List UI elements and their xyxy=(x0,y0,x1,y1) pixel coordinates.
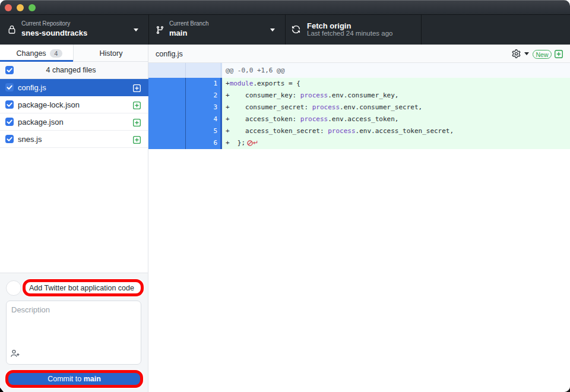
branch-label: Current Branch xyxy=(169,20,208,27)
tabbar: Changes 4 History xyxy=(0,45,148,62)
file-checkbox[interactable] xyxy=(5,83,14,91)
zoom-button[interactable] xyxy=(28,4,36,11)
diff-line-gutter[interactable]: 5 xyxy=(148,125,222,137)
minimize-button[interactable] xyxy=(17,4,24,11)
gear-icon[interactable] xyxy=(512,49,521,61)
gutter-column-divider xyxy=(185,63,186,78)
line-number: 6 xyxy=(148,137,217,149)
file-row[interactable]: package-lock.json xyxy=(0,96,148,113)
repository-label: Current Repository xyxy=(21,20,70,27)
tab-history[interactable]: History xyxy=(74,45,148,62)
diff-line-gutter[interactable]: 2 xyxy=(148,90,222,102)
diff-line[interactable]: 4+ access_token: process.env.access_toke… xyxy=(148,113,570,125)
diff-line-content: +module.exports = { xyxy=(222,78,570,90)
file-row[interactable]: config.js xyxy=(0,79,148,96)
chevron-down-icon xyxy=(270,29,275,31)
file-name: package-lock.json xyxy=(18,100,80,109)
changed-files-label: 4 changed files xyxy=(0,66,148,74)
tab-changes[interactable]: Changes 4 xyxy=(0,45,74,62)
changes-count-badge: 4 xyxy=(50,49,63,58)
hunk-header-row: @@ -0,0 +1,6 @@ xyxy=(148,63,570,78)
hunk-gutter xyxy=(148,63,222,78)
file-checkbox[interactable] xyxy=(5,118,14,126)
file-added-icon xyxy=(133,135,141,143)
diff-line-gutter[interactable]: 1 xyxy=(148,78,222,90)
avatar xyxy=(6,280,21,296)
sync-icon xyxy=(292,25,300,36)
diff-lines: 1+module.exports = {2+ consumer_key: pro… xyxy=(148,78,570,149)
current-repository-button[interactable]: Current Repository snes-soundtracks xyxy=(0,15,148,45)
diff-view: @@ -0,0 +1,6 @@ 1+module.exports = {2+ c… xyxy=(148,63,570,149)
file-name: package.json xyxy=(18,118,64,127)
file-checkbox[interactable] xyxy=(5,135,14,143)
diff-added-icon xyxy=(555,50,563,61)
description-placeholder: Description xyxy=(11,305,50,314)
diff-line-gutter[interactable]: 3 xyxy=(148,102,222,113)
diff-line-content: + access_token: process.env.access_token… xyxy=(222,113,570,125)
annotation-commit-highlight xyxy=(5,370,143,388)
add-coauthor-icon[interactable] xyxy=(10,349,20,361)
diff-line-content: + consumer_secret: process.env.consumer_… xyxy=(222,102,570,113)
diff-line-gutter[interactable]: 6 xyxy=(148,137,222,149)
branch-name: main xyxy=(169,29,187,37)
sidebar: Changes 4 History 4 changed files config… xyxy=(0,45,148,392)
file-added-icon xyxy=(133,84,141,91)
file-list: config.jspackage-lock.jsonpackage.jsonsn… xyxy=(0,79,148,148)
chevron-down-icon[interactable] xyxy=(524,52,529,55)
file-row[interactable]: package.json xyxy=(0,113,148,131)
fetch-title: Fetch origin xyxy=(307,21,351,30)
diff-line[interactable]: 6+ };↵ xyxy=(148,137,570,149)
diff-line[interactable]: 2+ consumer_key: process.env.consumer_ke… xyxy=(148,90,570,102)
diff-line-content: + };↵ xyxy=(222,137,570,149)
file-status-badge: New xyxy=(533,50,552,59)
file-name: config.js xyxy=(18,83,46,92)
current-branch-button[interactable]: Current Branch main xyxy=(149,15,285,45)
repository-name: snes-soundtracks xyxy=(21,29,87,37)
file-name: snes.js xyxy=(18,135,42,144)
changed-files-header: 4 changed files xyxy=(0,62,148,79)
file-added-icon xyxy=(133,118,141,126)
line-number: 1 xyxy=(148,78,217,90)
annotation-summary-highlight xyxy=(23,279,144,296)
chevron-down-icon xyxy=(134,29,138,31)
close-button[interactable] xyxy=(5,4,12,11)
tab-history-label: History xyxy=(100,49,123,58)
line-number: 5 xyxy=(148,125,217,137)
diff-line[interactable]: 1+module.exports = { xyxy=(148,78,570,90)
git-branch-icon xyxy=(156,26,164,37)
no-newline-icon: ↵ xyxy=(247,139,258,147)
toolbar: Current Repository snes-soundtracks Curr… xyxy=(0,15,570,45)
file-added-icon xyxy=(133,101,141,109)
diff-line-gutter[interactable]: 4 xyxy=(148,113,222,125)
line-number: 2 xyxy=(148,90,217,102)
main-content: config.js New @@ -0,0 +1,6 @@ 1+module.e… xyxy=(148,45,570,392)
description-input[interactable]: Description xyxy=(6,301,141,365)
mouse-cursor xyxy=(0,387,5,392)
line-number: 4 xyxy=(148,113,217,125)
fetch-subtitle: Last fetched 24 minutes ago xyxy=(307,30,393,37)
diff-line[interactable]: 3+ consumer_secret: process.env.consumer… xyxy=(148,102,570,113)
diff-line-content: + access_token_secret: process.env.acces… xyxy=(222,125,570,137)
toolbar-divider xyxy=(421,15,422,45)
titlebar xyxy=(0,0,570,15)
tab-changes-label: Changes xyxy=(17,49,46,58)
file-checkbox[interactable] xyxy=(5,100,14,109)
diff-file-header: config.js New xyxy=(148,45,570,63)
lock-icon xyxy=(8,25,16,37)
line-number: 3 xyxy=(148,102,217,113)
fetch-origin-button[interactable]: Fetch origin Last fetched 24 minutes ago xyxy=(286,15,421,45)
diff-line-content: + consumer_key: process.env.consumer_key… xyxy=(222,90,570,102)
github-desktop-window: Current Repository snes-soundtracks Curr… xyxy=(0,0,570,392)
commit-panel: Add Twitter bot application code Descrip… xyxy=(0,273,148,392)
diff-line[interactable]: 5+ access_token_secret: process.env.acce… xyxy=(148,125,570,137)
file-row[interactable]: snes.js xyxy=(0,131,148,148)
hunk-header-text: @@ -0,0 +1,6 @@ xyxy=(222,63,570,78)
diff-filename: config.js xyxy=(156,50,183,58)
